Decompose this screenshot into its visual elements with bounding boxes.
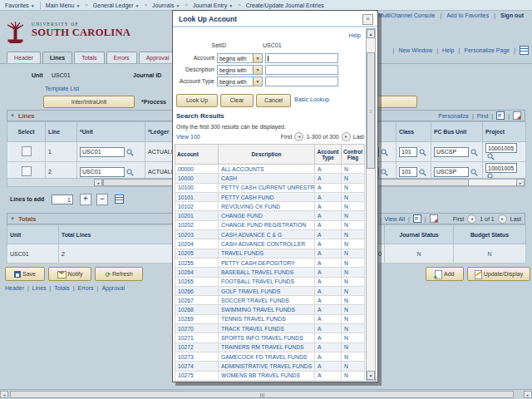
account-link[interactable]: 10269: [175, 314, 219, 323]
account-type-cell[interactable]: A: [315, 258, 342, 267]
lookup-icon[interactable]: [419, 169, 426, 176]
select-checkbox[interactable]: [22, 146, 32, 156]
description-link[interactable]: ALL ACCOUNTS: [219, 165, 315, 174]
description-link[interactable]: CASH ADVANCE CONTROLLER: [219, 239, 315, 249]
control-flag-cell[interactable]: N: [342, 362, 365, 371]
account-type-cell[interactable]: A: [315, 249, 342, 258]
control-flag-cell[interactable]: N: [342, 371, 365, 380]
personalize-link[interactable]: Personalize: [438, 113, 469, 119]
resize-grip-icon[interactable]: [370, 374, 377, 381]
description-link[interactable]: SWIMMING TRAVEL FUNDS: [219, 305, 315, 314]
pc-bus-unit-input[interactable]: [434, 147, 469, 157]
description-operator-select[interactable]: begins with▼: [217, 65, 263, 75]
description-link[interactable]: PETTY CASH FUND: [219, 192, 315, 201]
control-flag-cell[interactable]: N: [342, 314, 365, 323]
look-up-button[interactable]: Look Up: [176, 94, 218, 107]
tab-approval[interactable]: Approval: [139, 52, 177, 64]
control-flag-cell[interactable]: N: [342, 220, 365, 229]
account-link[interactable]: 10264: [175, 268, 219, 277]
help-link[interactable]: Help: [442, 47, 454, 53]
account-link[interactable]: 00000: [175, 165, 219, 174]
description-link[interactable]: PETTY CASH CURRENT UNRESTRICTE: [219, 183, 315, 192]
personalize-page-link[interactable]: Personalize Page: [464, 47, 510, 53]
control-flag-cell[interactable]: N: [342, 230, 365, 239]
tab-totals[interactable]: Totals: [74, 52, 104, 64]
account-link[interactable]: 10270: [175, 324, 219, 333]
account-type-cell[interactable]: A: [315, 202, 342, 211]
multichannel-console-link[interactable]: MultiChannel Console: [378, 12, 435, 18]
select-checkbox[interactable]: [22, 166, 32, 176]
account-type-cell[interactable]: A: [315, 192, 342, 201]
description-link[interactable]: TENNIS TRAVEL FUNDS: [219, 314, 315, 323]
lookup-icon[interactable]: [381, 169, 388, 176]
description-link[interactable]: GAMECOCK FD TRAVEL FUNDS: [219, 352, 315, 361]
description-link[interactable]: WOMENS BB TRAVEL FUNDS: [219, 371, 315, 380]
control-flag-cell[interactable]: N: [342, 202, 365, 211]
account-input[interactable]: [265, 53, 338, 63]
description-link[interactable]: CASH: [219, 174, 315, 183]
description-link[interactable]: TRACK TRAVEL FUNDS: [219, 324, 315, 333]
control-flag-cell[interactable]: N: [342, 342, 365, 352]
account-type-cell[interactable]: A: [315, 333, 342, 342]
clear-button[interactable]: Clear: [220, 94, 254, 107]
control-flag-cell[interactable]: N: [342, 211, 365, 220]
account-type-cell[interactable]: A: [315, 239, 342, 249]
lookup-icon[interactable]: [470, 149, 478, 156]
control-flag-cell[interactable]: N: [342, 165, 365, 174]
scrollbar-thumb[interactable]: ≡: [367, 52, 375, 169]
description-link[interactable]: ADMINISTRATIVE TRAVEL FUNDS: [219, 362, 315, 371]
tab-header[interactable]: Header: [7, 52, 41, 64]
footer-link-totals[interactable]: Totals: [54, 285, 69, 291]
project-input[interactable]: [485, 143, 517, 153]
scroll-right-icon[interactable]: ▸: [524, 391, 532, 398]
inter-intraunit-button[interactable]: Inter/IntraUnit: [43, 96, 135, 108]
download-icon[interactable]: [430, 214, 438, 223]
previous-page-icon[interactable]: ◂: [294, 132, 303, 141]
class-input[interactable]: [399, 147, 417, 157]
account-link[interactable]: 10100: [175, 183, 219, 192]
account-link[interactable]: 10255: [175, 258, 219, 267]
account-link[interactable]: 10267: [175, 296, 219, 305]
view-all-link[interactable]: View All: [385, 216, 405, 222]
account-operator-select[interactable]: begins with▼: [217, 53, 263, 63]
account-type-cell[interactable]: A: [315, 324, 342, 333]
lookup-icon[interactable]: [381, 149, 388, 156]
account-type-cell[interactable]: A: [315, 352, 342, 361]
account-type-input[interactable]: [265, 76, 338, 86]
collapse-triangle-icon[interactable]: ▼: [10, 216, 15, 221]
notify-button[interactable]: Notify: [48, 267, 91, 281]
add-to-favorites-link[interactable]: Add to Favorites: [446, 12, 489, 18]
tab-errors[interactable]: Errors: [106, 52, 137, 64]
lookup-icon[interactable]: [487, 153, 495, 160]
control-flag-cell[interactable]: N: [342, 352, 365, 361]
description-link[interactable]: GOLF TRAVEL FUNDS: [219, 286, 315, 295]
control-flag-cell[interactable]: N: [342, 258, 365, 267]
control-flag-cell[interactable]: N: [342, 324, 365, 333]
lookup-icon[interactable]: [419, 149, 426, 156]
cancel-button[interactable]: Cancel: [256, 94, 291, 107]
account-link[interactable]: 10266: [175, 286, 219, 295]
control-flag-cell[interactable]: N: [342, 174, 365, 183]
account-link[interactable]: 10205: [175, 249, 219, 258]
class-input[interactable]: [399, 167, 417, 177]
next-page-icon[interactable]: ▸: [342, 132, 351, 141]
account-link[interactable]: 10101: [175, 192, 219, 201]
description-link[interactable]: BASEBALL TRAVEL FUNDS: [219, 268, 315, 277]
account-link[interactable]: 10271: [175, 333, 219, 342]
account-link[interactable]: 10204: [175, 239, 219, 249]
scroll-up-icon[interactable]: ▲: [367, 29, 375, 38]
breadcrumb-journal-entry[interactable]: Journal Entry▼: [193, 2, 233, 8]
description-link[interactable]: SOCCER TRAVEL FUNDS: [219, 296, 315, 305]
scroll-left-icon[interactable]: ◂: [94, 179, 102, 186]
modal-help-link[interactable]: Help: [349, 32, 361, 38]
account-type-cell[interactable]: A: [315, 174, 342, 183]
control-flag-cell[interactable]: N: [342, 296, 365, 305]
breadcrumb-general-ledger[interactable]: General Ledger▼: [93, 2, 140, 8]
description-link[interactable]: CASH ADVANCE C & G: [219, 230, 315, 239]
scrollbar-thumb[interactable]: [10, 391, 514, 398]
account-type-cell[interactable]: A: [315, 371, 342, 380]
save-button[interactable]: Save: [5, 267, 45, 281]
account-type-cell[interactable]: A: [315, 305, 342, 314]
update-display-button[interactable]: Update/Display: [467, 267, 530, 281]
footer-link-approval[interactable]: Approval: [101, 285, 125, 291]
